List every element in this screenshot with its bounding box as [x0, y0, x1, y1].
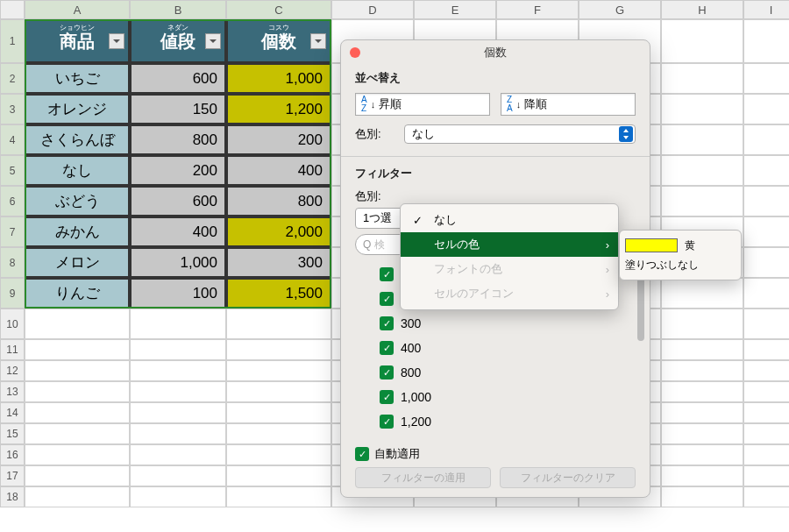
empty-cell[interactable]: [743, 19, 789, 63]
row-header[interactable]: 7: [0, 216, 25, 247]
empty-cell[interactable]: [661, 186, 743, 216]
table-cell-count[interactable]: 1,000: [226, 63, 331, 94]
row-header[interactable]: 17: [0, 465, 25, 486]
row-header[interactable]: 4: [0, 124, 25, 155]
table-cell-count[interactable]: 1,500: [226, 278, 331, 309]
row-header[interactable]: 15: [0, 423, 25, 444]
table-cell-product[interactable]: メロン: [25, 247, 130, 278]
table-cell-count[interactable]: 200: [226, 124, 331, 155]
col-header-f[interactable]: F: [496, 0, 579, 19]
check-item[interactable]: ✓300: [380, 311, 636, 336]
row-header[interactable]: 8: [0, 247, 25, 278]
row-header[interactable]: 14: [0, 402, 25, 423]
empty-cell[interactable]: [661, 423, 743, 444]
empty-cell[interactable]: [130, 309, 226, 339]
empty-cell[interactable]: [661, 444, 743, 465]
col-header-g[interactable]: G: [579, 0, 661, 19]
empty-cell[interactable]: [743, 155, 789, 186]
empty-cell[interactable]: [226, 486, 331, 507]
empty-cell[interactable]: [130, 339, 226, 360]
filter-dropdown-icon[interactable]: [205, 33, 221, 49]
empty-cell[interactable]: [661, 309, 743, 339]
empty-cell[interactable]: [661, 381, 743, 402]
row-header[interactable]: 13: [0, 381, 25, 402]
table-cell-product[interactable]: りんご: [25, 278, 130, 309]
table-cell-count[interactable]: 300: [226, 247, 331, 278]
empty-cell[interactable]: [226, 381, 331, 402]
col-header-e[interactable]: E: [414, 0, 496, 19]
check-item[interactable]: ✓400: [380, 336, 636, 360]
table-cell-count[interactable]: 1,200: [226, 94, 331, 124]
empty-cell[interactable]: [661, 19, 743, 63]
table-cell-count[interactable]: 800: [226, 186, 331, 216]
empty-cell[interactable]: [130, 465, 226, 486]
empty-cell[interactable]: [25, 444, 130, 465]
table-cell-price[interactable]: 800: [130, 124, 226, 155]
empty-cell[interactable]: [743, 444, 789, 465]
row-header[interactable]: 9: [0, 278, 25, 309]
auto-apply-checkbox[interactable]: ✓: [355, 447, 369, 461]
empty-cell[interactable]: [661, 155, 743, 186]
empty-cell[interactable]: [130, 423, 226, 444]
empty-cell[interactable]: [743, 216, 789, 247]
empty-cell[interactable]: [661, 360, 743, 381]
empty-cell[interactable]: [130, 444, 226, 465]
col-header-h[interactable]: H: [661, 0, 743, 19]
header-cell-price[interactable]: ネダン値段: [130, 19, 226, 63]
empty-cell[interactable]: [226, 465, 331, 486]
empty-cell[interactable]: [25, 381, 130, 402]
empty-cell[interactable]: [743, 63, 789, 94]
empty-cell[interactable]: [743, 124, 789, 155]
empty-cell[interactable]: [743, 381, 789, 402]
col-header-c[interactable]: C: [226, 0, 331, 19]
row-header[interactable]: 12: [0, 360, 25, 381]
empty-cell[interactable]: [743, 423, 789, 444]
table-cell-count[interactable]: 400: [226, 155, 331, 186]
table-cell-product[interactable]: みかん: [25, 216, 130, 247]
table-cell-product[interactable]: さくらんぼ: [25, 124, 130, 155]
corner-cell[interactable]: [0, 0, 25, 19]
row-header[interactable]: 10: [0, 309, 25, 339]
empty-cell[interactable]: [743, 247, 789, 278]
apply-filter-button[interactable]: フィルターの適用: [355, 467, 491, 488]
table-cell-price[interactable]: 1,000: [130, 247, 226, 278]
table-cell-price[interactable]: 400: [130, 216, 226, 247]
table-cell-price[interactable]: 150: [130, 94, 226, 124]
row-header[interactable]: 6: [0, 186, 25, 216]
col-header-b[interactable]: B: [130, 0, 226, 19]
empty-cell[interactable]: [25, 360, 130, 381]
scrollbar[interactable]: [637, 262, 644, 437]
empty-cell[interactable]: [130, 486, 226, 507]
empty-cell[interactable]: [743, 486, 789, 507]
swatch-yellow[interactable]: 黄: [625, 236, 736, 255]
sort-asc-button[interactable]: AZ ↓ 昇順: [355, 93, 490, 116]
row-header[interactable]: 18: [0, 486, 25, 507]
empty-cell[interactable]: [226, 402, 331, 423]
empty-cell[interactable]: [661, 486, 743, 507]
header-cell-product[interactable]: ショウヒン商品: [25, 19, 130, 63]
table-cell-price[interactable]: 600: [130, 63, 226, 94]
empty-cell[interactable]: [743, 278, 789, 309]
empty-cell[interactable]: [25, 309, 130, 339]
empty-cell[interactable]: [743, 339, 789, 360]
row-header[interactable]: 5: [0, 155, 25, 186]
empty-cell[interactable]: [661, 278, 743, 309]
empty-cell[interactable]: [661, 465, 743, 486]
empty-cell[interactable]: [226, 444, 331, 465]
empty-cell[interactable]: [25, 465, 130, 486]
row-header[interactable]: 2: [0, 63, 25, 94]
clear-filter-button[interactable]: フィルターのクリア: [500, 467, 636, 488]
empty-cell[interactable]: [661, 402, 743, 423]
submenu-cell-color[interactable]: セルの色 ›: [401, 232, 618, 257]
table-cell-product[interactable]: オレンジ: [25, 94, 130, 124]
empty-cell[interactable]: [130, 381, 226, 402]
empty-cell[interactable]: [25, 402, 130, 423]
empty-cell[interactable]: [226, 339, 331, 360]
col-header-i[interactable]: I: [743, 0, 789, 19]
table-cell-count[interactable]: 2,000: [226, 216, 331, 247]
submenu-none[interactable]: ✓ なし: [401, 208, 618, 232]
table-cell-price[interactable]: 600: [130, 186, 226, 216]
sort-desc-button[interactable]: ZA ↓ 降順: [501, 93, 636, 116]
table-cell-product[interactable]: ぶどう: [25, 186, 130, 216]
sort-color-select[interactable]: なし: [404, 124, 636, 144]
